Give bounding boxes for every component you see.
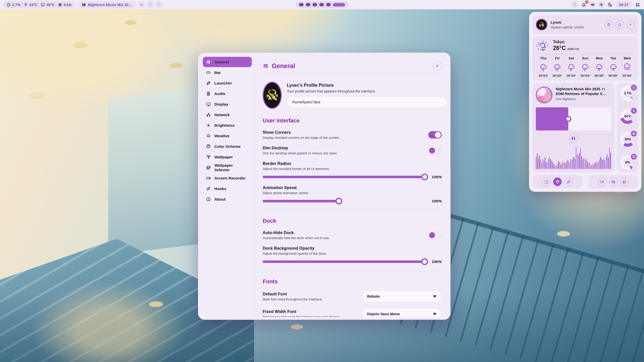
animation-speed-slider[interactable] (263, 200, 425, 202)
sidebar-item-hooks[interactable]: Hooks (203, 184, 252, 194)
night-light-button[interactable] (607, 1, 614, 8)
visualizer-bar (606, 156, 607, 169)
pause-button[interactable] (569, 134, 578, 143)
workspace-active-pill[interactable] (333, 3, 345, 7)
sidebar-item-general[interactable]: General (203, 57, 252, 67)
slider-handle[interactable] (421, 174, 428, 180)
wallpaper-gallery-button[interactable] (620, 177, 629, 186)
system-gauge[interactable]: 44°C (620, 109, 635, 124)
workspace-dot[interactable] (326, 3, 331, 6)
visualizer-bar (539, 156, 540, 169)
fixed-font-select[interactable]: DejaVu Sans Mono (362, 308, 442, 317)
sidebar-item-weather[interactable]: Weather (203, 131, 252, 141)
slider-handle[interactable] (565, 116, 571, 122)
powersave-profile-button[interactable] (564, 177, 573, 186)
visualizer-bar (544, 161, 544, 169)
animation-speed-label: Animation Speed (263, 185, 442, 190)
sidebar-item-about[interactable]: About (203, 194, 252, 204)
system-gauge[interactable]: 2.7% (620, 86, 635, 101)
visualizer-bar (561, 163, 562, 169)
settings-button[interactable]: ⚙ (605, 20, 613, 29)
performance-profile-button[interactable] (542, 177, 551, 186)
profile-path-input[interactable] (287, 96, 447, 108)
volume-button[interactable] (589, 1, 596, 8)
rain-cloud-icon (553, 63, 562, 72)
memory-usage: 9.6G (58, 3, 71, 7)
scales-icon (555, 180, 560, 184)
flame-icon (631, 108, 637, 114)
forecast-temps: 36°/26° (592, 74, 606, 77)
dim-desktop-toggle[interactable] (428, 147, 442, 154)
forecast-day: Fri26°/22° (550, 56, 565, 77)
sidebar-item-network[interactable]: Network (203, 110, 252, 120)
skull-avatar-icon: ☠ (539, 21, 544, 28)
system-gauge[interactable]: 30% (620, 132, 635, 147)
camera-off-button[interactable] (609, 177, 618, 186)
sidebar-item-color-scheme[interactable]: Color Scheme (203, 141, 252, 152)
forecast-day: Mon36°/26° (592, 56, 606, 77)
favorite-button-1[interactable]: ♡ (147, 1, 154, 8)
animation-speed-value: 100% (429, 199, 442, 203)
tray-app-icon (573, 3, 577, 7)
show-corners-label: Show Corners (263, 130, 428, 135)
visualizer-bar (589, 162, 590, 169)
clock[interactable]: 00:27 (616, 1, 632, 8)
album-art[interactable] (536, 87, 552, 103)
dock-opacity-slider[interactable] (263, 260, 425, 263)
gear-icon: ⚙ (607, 22, 611, 27)
workspace-dot[interactable] (306, 3, 310, 6)
system-stats-pill[interactable]: 2.7% 44°C 38°C 9.6G (3, 1, 75, 8)
media-artist: Aria Nightcore (556, 97, 606, 101)
cpu-temp: 44°C (24, 3, 37, 7)
sidebar-item-wallpaper[interactable]: Wallpaper (203, 152, 252, 162)
show-corners-toggle[interactable] (428, 131, 442, 139)
visualizer-bar (578, 155, 579, 169)
visualizer-bar (607, 154, 608, 169)
visualizer-bar (541, 162, 542, 169)
close-panel-button[interactable]: × (626, 20, 635, 29)
flame-icon (24, 3, 28, 7)
skull-button[interactable]: ☠ (138, 1, 145, 8)
visualizer-bar (583, 159, 583, 169)
sidebar-item-screen-recorder[interactable]: Screen Recorder (203, 173, 252, 183)
notifications-button[interactable]: 8 (580, 1, 587, 8)
favorite-button-2[interactable]: ♡ (156, 1, 163, 8)
default-font-select[interactable]: Roboto (362, 290, 442, 302)
sidebar-item-launcher[interactable]: Launcher (203, 78, 252, 88)
screen-record-button[interactable] (598, 177, 607, 186)
speaker-box-icon (206, 91, 211, 96)
storm-cloud-icon (609, 63, 618, 72)
brightness-button[interactable] (598, 1, 605, 8)
avatar[interactable]: ☠ (536, 19, 547, 30)
auto-hide-dock-toggle[interactable] (428, 232, 442, 239)
workspace-dot[interactable] (319, 3, 324, 6)
slider-handle[interactable] (421, 258, 428, 265)
visualizer-bar (546, 162, 546, 169)
forecast-day-label: Tue (606, 56, 620, 60)
sidebar-item-audio[interactable]: Audio (203, 88, 252, 99)
sidebar-item-display[interactable]: Display (203, 99, 252, 109)
tray-app-button[interactable] (572, 1, 578, 8)
dashboard-button[interactable] (634, 1, 641, 8)
tune-icon (263, 63, 269, 69)
rain-cloud-icon (567, 63, 576, 72)
media-progress-slider[interactable] (536, 107, 611, 130)
media-player-pill[interactable]: Nightcore Music Mix 20… (78, 1, 136, 8)
forecast-day-label: Wed (620, 56, 634, 60)
border-radius-slider[interactable] (263, 176, 425, 178)
slider-handle[interactable] (335, 198, 342, 205)
forecast-day-label: Fri (550, 56, 565, 60)
sidebar-item-brightness[interactable]: Brightness (203, 120, 252, 130)
sidebar-item-bar[interactable]: Bar (203, 67, 252, 78)
system-gauge[interactable]: 6% (620, 155, 635, 170)
visualizer-bar (575, 159, 575, 169)
balanced-profile-button[interactable] (553, 177, 562, 186)
workspace-dot[interactable] (313, 3, 317, 6)
forecast-temps: 30°/25° (606, 74, 620, 77)
power-button[interactable] (615, 20, 624, 29)
workspace-indicator[interactable] (296, 1, 348, 8)
sidebar-item-wallpaper-selector[interactable]: Wallpaper Selector (203, 162, 252, 173)
workspace-dot[interactable] (299, 3, 304, 6)
profile-avatar[interactable]: ☠ (263, 82, 282, 109)
close-button[interactable]: × (433, 61, 442, 70)
